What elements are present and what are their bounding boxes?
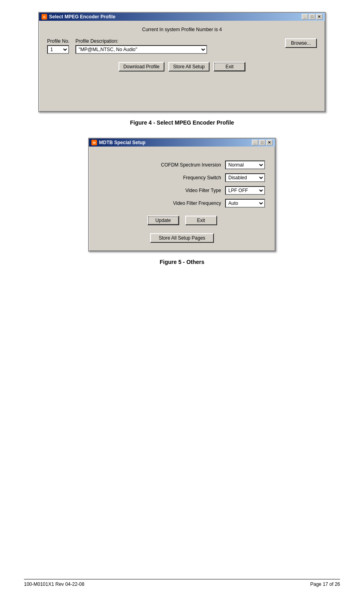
mpeg-win-buttons: _ □ ✕ <box>302 14 322 20</box>
freq-switch-select[interactable]: Disabled Enabled <box>225 173 265 182</box>
store-all-setup-pages-button[interactable]: Store All Setup Pages <box>150 233 214 243</box>
freq-switch-label: Frequency Switch <box>149 175 221 180</box>
profile-no-column: Profile No. 1 2 3 4 <box>47 38 69 54</box>
mdtb-close-btn[interactable]: ✕ <box>266 140 273 145</box>
mpeg-encoder-dialog: S Select MPEG Encoder Profile _ □ ✕ Curr… <box>38 12 326 112</box>
mpeg-minimize-btn[interactable]: _ <box>302 14 308 20</box>
vf-freq-label: Video Filter Frequency <box>149 200 221 206</box>
cofdm-label: COFDM Spectrum Inversion <box>149 162 221 168</box>
update-button[interactable]: Update <box>147 216 179 225</box>
figure1-caption: Figure 4 - Select MPEG Encoder Profile <box>130 119 234 126</box>
profile-no-label: Profile No. <box>47 38 69 44</box>
mdtb-title-icon: M <box>91 140 97 145</box>
footer: 100-M0101X1 Rev 04-22-08 Page 17 of 26 <box>24 579 340 587</box>
cofdm-select[interactable]: Normal Inverted <box>225 161 265 169</box>
mpeg-restore-btn[interactable]: □ <box>309 14 315 20</box>
mdtb-dialog-body: COFDM Spectrum Inversion Normal Inverted… <box>89 147 275 251</box>
vf-freq-row: Video Filter Frequency Auto Manual <box>99 199 265 208</box>
mdtb-restore-btn[interactable]: □ <box>259 140 265 145</box>
vf-type-select[interactable]: LPF OFF LPF ON <box>225 186 265 195</box>
vf-type-label: Video Filter Type <box>149 188 221 193</box>
mpeg-buttons-row: Download Profile Store All Setup Exit <box>47 62 317 71</box>
store-all-setup-button[interactable]: Store All Setup <box>168 62 210 71</box>
download-profile-button[interactable]: Download Profile <box>119 62 164 71</box>
mpeg-empty-space <box>47 71 317 103</box>
browse-button[interactable]: Browse... <box>285 38 317 48</box>
figure2-caption: Figure 5 - Others <box>160 259 204 265</box>
mpeg-title-icon: S <box>42 14 47 20</box>
browse-col: Browse... <box>285 38 317 49</box>
mpeg-titlebar[interactable]: S Select MPEG Encoder Profile _ □ ✕ <box>39 13 325 21</box>
mdtb-dialog: M MDTB Special Setup _ □ ✕ COFDM Spectru… <box>88 138 276 252</box>
vf-freq-select[interactable]: Auto Manual <box>225 199 265 208</box>
profile-desc-label: Profile Descripation: <box>75 38 279 44</box>
mdtb-title-text: MDTB Special Setup <box>99 140 146 145</box>
exit-button-mdtb[interactable]: Exit <box>185 216 217 225</box>
mpeg-dialog-body: Current In system Profile Number is 4 Pr… <box>39 21 325 111</box>
footer-left: 100-M0101X1 Rev 04-22-08 <box>24 581 84 587</box>
profile-desc-column: Profile Descripation: "MP@ML,NTSC, No Au… <box>75 38 279 54</box>
profile-no-select[interactable]: 1 2 3 4 <box>47 45 69 54</box>
exit-button-mpeg[interactable]: Exit <box>214 62 245 71</box>
mpeg-close-btn[interactable]: ✕ <box>316 14 322 20</box>
mdtb-buttons-row2: Store All Setup Pages <box>99 233 265 243</box>
footer-right: Page 17 of 26 <box>310 581 340 587</box>
mdtb-buttons-row1: Update Exit <box>99 216 265 225</box>
mdtb-top-space <box>99 155 265 161</box>
mdtb-titlebar[interactable]: M MDTB Special Setup _ □ ✕ <box>89 139 275 147</box>
vf-type-row: Video Filter Type LPF OFF LPF ON <box>99 186 265 195</box>
freq-switch-row: Frequency Switch Disabled Enabled <box>99 173 265 182</box>
mpeg-info-text: Current In system Profile Number is 4 <box>47 27 317 32</box>
profile-fields-row: Profile No. 1 2 3 4 Profile Descripation… <box>47 38 317 54</box>
mpeg-title-text: Select MPEG Encoder Profile <box>49 14 115 20</box>
cofdm-row: COFDM Spectrum Inversion Normal Inverted <box>99 161 265 169</box>
mdtb-win-buttons: _ □ ✕ <box>252 140 273 145</box>
profile-desc-select[interactable]: "MP@ML,NTSC, No Audio" <box>75 45 207 54</box>
mdtb-minimize-btn[interactable]: _ <box>252 140 258 145</box>
